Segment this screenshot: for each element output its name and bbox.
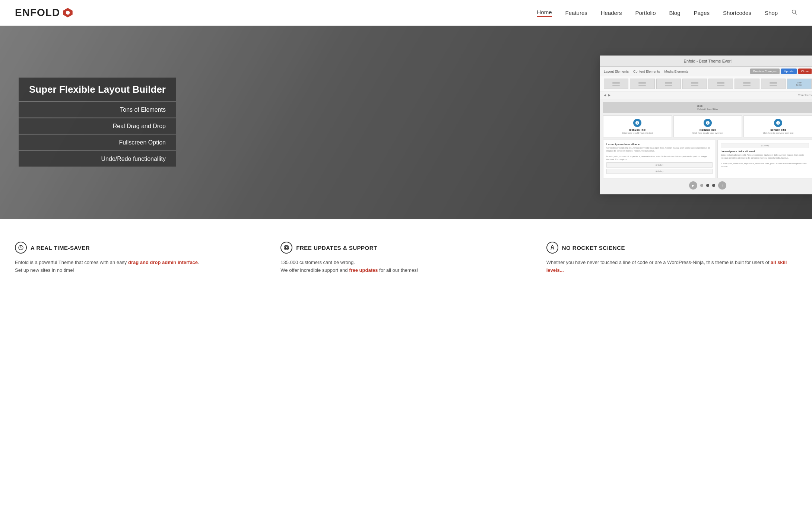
- iconbox-title-1: IconBox Title: [605, 128, 670, 131]
- tab-content[interactable]: Content Elements: [633, 70, 660, 73]
- templates-button[interactable]: Templates: [798, 93, 812, 97]
- nav-pages[interactable]: Pages: [694, 10, 710, 16]
- feature-time-saver: A REAL TIME-SAVER Enfold is a powerful T…: [15, 242, 266, 274]
- free-updates-link[interactable]: free updates: [349, 267, 378, 273]
- svg-point-1: [66, 11, 70, 15]
- grid-cell-2[interactable]: [630, 79, 654, 89]
- svg-point-2: [792, 10, 796, 13]
- close-button[interactable]: Close: [798, 69, 812, 74]
- slide-dot-1[interactable]: [700, 184, 703, 187]
- svg-point-11: [552, 247, 553, 248]
- slider-label: Fullwidth Easy Slider: [697, 108, 718, 110]
- builder-slider-row: Fullwidth Easy Slider: [603, 102, 812, 113]
- brand-icon: [63, 7, 73, 18]
- hero-feature-1[interactable]: Tons of Elements: [19, 102, 176, 118]
- hero-title-box: Super Flexible Layout Builder: [19, 78, 176, 101]
- update-button[interactable]: Update: [781, 69, 797, 74]
- play-button[interactable]: ▶: [689, 181, 697, 190]
- nav-shortcodes[interactable]: Shortcodes: [723, 10, 751, 16]
- grid-cell-color[interactable]: ColorSection: [787, 79, 812, 89]
- nav-headers[interactable]: Headers: [601, 10, 622, 16]
- icon-box-2: IconBox Title Click here to add your own…: [673, 115, 742, 137]
- builder-text-box: Lorem ipsum dolor sit amet Consectetuer …: [603, 140, 716, 178]
- search-icon[interactable]: [791, 9, 797, 16]
- grid-cell-1[interactable]: [604, 79, 628, 89]
- hero-feature-3[interactable]: Fullscreen Option: [19, 135, 176, 150]
- iconbox-title-2: IconBox Title: [675, 128, 740, 131]
- icon-box-3: IconBox Title Click here to add your own…: [743, 115, 812, 137]
- gallery-row-2: ⊞ Gallery: [606, 169, 713, 174]
- builder-titlebar: Enfold - Best Theme Ever!: [600, 56, 812, 67]
- builder-tabs: Layout Elements Content Elements Media E…: [600, 67, 812, 76]
- iconbox-text-2: Click here to add your own text: [675, 132, 740, 134]
- preview-changes-button[interactable]: Preview Changes: [750, 69, 780, 74]
- lifebuoy-icon: [280, 242, 292, 254]
- svg-line-3: [795, 13, 797, 15]
- grid-cell-5[interactable]: [708, 79, 733, 89]
- nav-home[interactable]: Home: [537, 9, 552, 17]
- builder-gallery-box: ⊞ Gallery Lorem ipsum dolor sit amet Con…: [717, 140, 812, 178]
- grid-cell-7[interactable]: [761, 79, 786, 89]
- slide-dot-3[interactable]: [712, 184, 715, 187]
- hero-left-panel: Super Flexible Layout Builder Tons of El…: [19, 78, 176, 168]
- toolbar-arrow-right[interactable]: ▶: [608, 93, 610, 97]
- builder-screenshot: Enfold - Best Theme Ever! Layout Element…: [600, 55, 812, 194]
- feature-header-1: A REAL TIME-SAVER: [15, 242, 266, 254]
- builder-controls: ▶ ⏸: [603, 178, 812, 191]
- feature-desc-3: Whether you have never touched a line of…: [546, 259, 797, 274]
- icon-box-1: IconBox Title Click here to add your own…: [603, 115, 672, 137]
- builder-content-area: Fullwidth Easy Slider IconBox Title Clic…: [600, 99, 812, 194]
- builder-tabs-left: Layout Elements Content Elements Media E…: [604, 70, 688, 73]
- gallery-text-title: Lorem ipsum dolor sit amet: [721, 150, 809, 153]
- feature-title-1: A REAL TIME-SAVER: [31, 245, 90, 251]
- nav-shop[interactable]: Shop: [765, 10, 778, 16]
- iconbox-text-1: Click here to add your own text: [605, 132, 670, 134]
- skill-levels-link[interactable]: all skill levels...: [546, 260, 787, 273]
- hero-feature-4[interactable]: Undo/Redo functionallity: [19, 151, 176, 167]
- feature-updates: FREE UPDATES & SUPPORT 135.000 customers…: [280, 242, 531, 274]
- tab-media[interactable]: Media Elements: [664, 70, 689, 73]
- feature-title-2: FREE UPDATES & SUPPORT: [296, 245, 377, 251]
- drag-drop-link[interactable]: drag and drop admin interface: [128, 260, 198, 265]
- slide-dot-2[interactable]: [706, 184, 709, 187]
- builder-icon-row: IconBox Title Click here to add your own…: [603, 115, 812, 137]
- text-box-title: Lorem ipsum dolor sit amet: [606, 143, 713, 146]
- rocket-icon: [546, 242, 558, 254]
- grid-cell-6[interactable]: [735, 79, 759, 89]
- builder-tabs-right: Preview Changes Update Close: [750, 69, 812, 74]
- grid-cell-4[interactable]: [682, 79, 707, 89]
- nav-blog[interactable]: Blog: [669, 10, 680, 16]
- nav-features[interactable]: Features: [565, 10, 587, 16]
- clock-icon: [15, 242, 27, 254]
- grid-cell-3[interactable]: [656, 79, 681, 89]
- text-box-body: Consectetuer adipiscing elit. Aenean com…: [606, 147, 713, 161]
- gallery-item: ⊞ Gallery: [721, 143, 809, 148]
- features-section: A REAL TIME-SAVER Enfold is a powerful T…: [0, 219, 812, 297]
- hero-section: Super Flexible Layout Builder Tons of El…: [0, 26, 812, 219]
- builder-bottom-row: Lorem ipsum dolor sit amet Consectetuer …: [603, 140, 812, 178]
- feature-desc-2: 135.000 customers cant be wrong. We offe…: [280, 259, 531, 274]
- builder-toolbar: ◀ ▶ Templates: [600, 92, 812, 99]
- tab-layout[interactable]: Layout Elements: [604, 70, 629, 73]
- gallery-row-1: ⊞ Gallery: [606, 162, 713, 168]
- brand-name: ENFOLD: [15, 7, 60, 19]
- feature-desc-1: Enfold is a powerful Theme that comes wi…: [15, 259, 266, 274]
- nav-portfolio[interactable]: Portfolio: [635, 10, 656, 16]
- logo[interactable]: ENFOLD: [15, 7, 73, 19]
- gallery-text-body: Consectetuer adipiscing elit. Aenean com…: [721, 154, 809, 168]
- iconbox-title-3: IconBox Title: [745, 128, 811, 131]
- feature-title-3: NO ROCKET SCIENCE: [562, 245, 625, 251]
- hero-feature-2[interactable]: Real Drag and Drop: [19, 118, 176, 134]
- hero-title: Super Flexible Layout Builder: [29, 84, 166, 95]
- feature-no-rocket: NO ROCKET SCIENCE Whether you have never…: [546, 242, 797, 274]
- feature-header-2: FREE UPDATES & SUPPORT: [280, 242, 531, 254]
- pause-button[interactable]: ⏸: [718, 181, 726, 190]
- toolbar-arrow-left[interactable]: ◀: [604, 93, 606, 97]
- feature-header-3: NO ROCKET SCIENCE: [546, 242, 797, 254]
- iconbox-text-3: Click here to add your own text: [745, 132, 811, 134]
- svg-point-6: [286, 246, 288, 248]
- main-nav: Home Features Headers Portfolio Blog Pag…: [537, 9, 797, 17]
- header: ENFOLD Home Features Headers Portfolio B…: [0, 0, 812, 26]
- builder-grid-row: ColorSection: [600, 76, 812, 92]
